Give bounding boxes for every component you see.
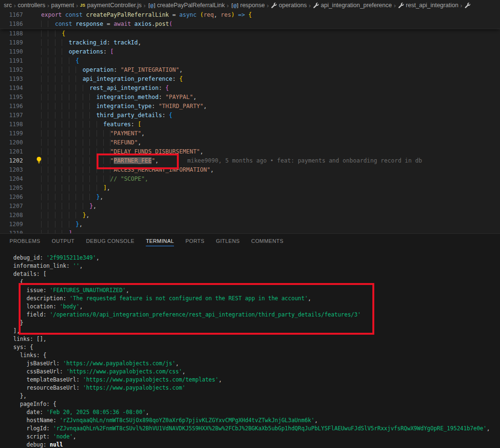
line-number: 1186 <box>0 20 23 29</box>
code-line-1210[interactable]: 1210 ] <box>0 229 500 233</box>
lightbulb-icon[interactable] <box>35 156 43 164</box>
token: = <box>103 21 114 27</box>
token: await <box>114 21 131 27</box>
token: rest_api_integration <box>89 85 159 91</box>
panel-tab-problems[interactable]: PROBLEMS <box>4 234 46 248</box>
code-line-1201[interactable]: 1201 "DELAY_FUNDS_DISBURSEMENT", <box>0 147 500 156</box>
terminal-token: : <box>43 287 50 294</box>
gutter <box>23 202 41 211</box>
panel-tab-bar[interactable]: PROBLEMSOUTPUTDEBUG CONSOLETERMINALPORTS… <box>0 234 500 248</box>
js-file-icon: JS <box>80 3 85 8</box>
terminal-token: sys <box>13 344 23 350</box>
code-text: { <box>41 29 65 38</box>
code-line-1198[interactable]: 1198 features: [ <box>0 120 500 129</box>
code-editor[interactable]: 1167export const createPayPalReferralLin… <box>0 11 500 233</box>
token: : <box>162 112 169 119</box>
code-text: operations: [ <box>41 47 114 56</box>
code-line-1190[interactable]: 1190 operations: [ <box>0 47 500 56</box>
terminal-token: '' <box>73 262 80 269</box>
indent-guides <box>41 30 62 37</box>
code-line-1192[interactable]: 1192 operation: "API_INTEGRATION", <box>0 66 500 75</box>
panel-tab-terminal[interactable]: TERMINAL <box>140 234 180 248</box>
code-line-1205[interactable]: 1205 ], <box>0 184 500 193</box>
terminal-indent <box>7 360 27 367</box>
breadcrumb-item-src[interactable]: src <box>4 2 12 9</box>
breadcrumb-item-controllers[interactable]: controllers <box>18 2 45 9</box>
panel-tab-comments[interactable]: COMMENTS <box>246 234 289 248</box>
terminal-token: : <box>46 401 53 407</box>
breadcrumb-label: operations <box>279 2 306 9</box>
wrench-icon <box>271 2 277 9</box>
gutter <box>23 56 41 66</box>
code-line-1199[interactable]: 1199 "PAYMENT", <box>0 129 500 138</box>
code-line-1197[interactable]: 1197 third_party_details: { <box>0 111 500 120</box>
code-line-1204[interactable]: 1204 // "SCOPE", <box>0 175 500 184</box>
indent-guides <box>41 121 103 128</box>
code-line-1196[interactable]: 1196 integration_type: "THIRD_PARTY", <box>0 102 500 111</box>
code-line-1206[interactable]: 1206 }, <box>0 193 500 202</box>
terminal-indent <box>7 344 13 350</box>
breadcrumb-label: payment <box>51 2 74 9</box>
terminal-token: , <box>315 417 318 424</box>
code-line-1195[interactable]: 1195 integration_method: "PAYPAL", <box>0 93 500 102</box>
code-line-1167[interactable]: 1167export const createPayPalReferralLin… <box>0 11 500 20</box>
code-lines[interactable]: 1188 {1189 tracking_id: trackId,1190 ope… <box>0 29 500 233</box>
code-line-1208[interactable]: 1208 }, <box>0 211 500 220</box>
gutter <box>23 120 41 129</box>
terminal-token: templateBaseUrl <box>27 376 76 383</box>
token: axios <box>134 21 152 27</box>
code-line-1209[interactable]: 1209 }, <box>0 220 500 229</box>
code-text: integration_method: "PAYPAL", <box>41 93 196 102</box>
token: : <box>159 94 165 100</box>
code-line-1202[interactable]: 1202 "PARTNER_FEE",mikee9090, 5 months a… <box>0 156 500 165</box>
breadcrumb-item-payment[interactable]: payment <box>51 2 74 9</box>
code-line-1186[interactable]: 1186 const response = await axios.post( <box>0 20 500 29</box>
line-number: 1195 <box>0 93 23 102</box>
panel-tab-label: TERMINAL <box>146 236 174 246</box>
breadcrumb-label: controllers <box>18 2 45 9</box>
code-text: rest_api_integration: { <box>41 84 169 93</box>
line-number: 1167 <box>0 11 23 20</box>
terminal-token: : <box>40 409 46 415</box>
indent-guides <box>41 221 76 228</box>
panel-tab-debug-console[interactable]: DEBUG CONSOLE <box>80 234 140 248</box>
code-line-1203[interactable]: 1203 "ACCESS_MERCHANT_INFORMATION", <box>0 165 500 175</box>
breadcrumb-item-paymentController.js[interactable]: JSpaymentController.js <box>80 2 141 9</box>
code-line-1193[interactable]: 1193 api_integration_preference: { <box>0 75 500 84</box>
terminal-indent <box>7 352 20 359</box>
code-line-1191[interactable]: 1191 { <box>0 56 500 66</box>
terminal-token: 'https://www.paypalobjects.com/templates… <box>83 376 218 383</box>
breadcrumb-item-operations[interactable]: operations <box>271 2 306 9</box>
breadcrumb[interactable]: src›controllers›payment›JSpaymentControl… <box>0 0 500 11</box>
gutter <box>23 184 41 193</box>
terminal-indent <box>7 254 13 261</box>
breadcrumb-item-api_integration_preference[interactable]: api_integration_preference <box>313 2 392 9</box>
terminal-indent <box>7 384 27 391</box>
terminal-token: , <box>126 287 129 294</box>
terminal-output[interactable]: debug_id: '2f9915211e349', information_l… <box>0 248 500 448</box>
panel-tab-ports[interactable]: PORTS <box>180 234 210 248</box>
token: [ <box>138 121 141 128</box>
panel-tab-gitlens[interactable]: GITLENS <box>210 234 246 248</box>
code-line-1194[interactable]: 1194 rest_api_integration: { <box>0 84 500 93</box>
code-line-1207[interactable]: 1207 }, <box>0 202 500 211</box>
token: integration_method <box>97 94 159 100</box>
breadcrumb-item-rest_api_integration[interactable]: rest_api_integration <box>398 2 458 9</box>
breadcrumb-item-createPayPalReferralLink[interactable]: [@]createPayPalReferralLink <box>148 2 225 9</box>
panel-tab-output[interactable]: OUTPUT <box>46 234 80 248</box>
code-text: // "SCOPE", <box>41 175 148 184</box>
token: : <box>103 48 110 55</box>
line-number: 1196 <box>0 102 23 111</box>
code-line-1189[interactable]: 1189 tracking_id: trackId, <box>0 38 500 47</box>
terminal-line: debug_id: '2f9915211e349', <box>7 254 500 262</box>
code-text: "REFUND", <box>41 138 141 147</box>
terminal-indent <box>7 368 27 375</box>
terminal-line: { <box>7 278 500 286</box>
indent-guides <box>41 76 83 82</box>
breadcrumb-item-response[interactable]: [@]response <box>231 2 265 9</box>
sticky-scroll[interactable]: 1167export const createPayPalReferralLin… <box>0 11 500 29</box>
code-line-1200[interactable]: 1200 "REFUND", <box>0 138 500 147</box>
breadcrumb-item-trailing[interactable] <box>464 2 471 9</box>
code-line-1188[interactable]: 1188 { <box>0 29 500 38</box>
token: "THIRD_PARTY" <box>159 103 204 109</box>
